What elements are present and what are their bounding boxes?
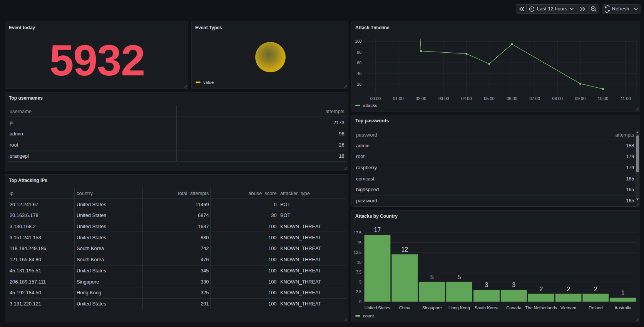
svg-text:South Korea: South Korea <box>475 305 499 310</box>
svg-text:7.5: 7.5 <box>356 270 362 274</box>
svg-text:20: 20 <box>357 82 362 87</box>
svg-text:Hong Kong: Hong Kong <box>448 305 470 310</box>
svg-text:02:00: 02:00 <box>416 96 427 101</box>
svg-text:15: 15 <box>357 241 362 245</box>
svg-text:1: 1 <box>621 290 625 296</box>
svg-text:100: 100 <box>355 39 361 43</box>
svg-text:05:00: 05:00 <box>484 96 495 101</box>
svg-text:10: 10 <box>357 260 362 265</box>
svg-text:2: 2 <box>594 286 597 292</box>
svg-text:07:00: 07:00 <box>529 96 540 101</box>
svg-text:2: 2 <box>539 286 543 292</box>
svg-text:0: 0 <box>359 300 361 304</box>
svg-text:04:00: 04:00 <box>461 96 472 101</box>
svg-text:China: China <box>399 305 411 310</box>
svg-text:Australia: Australia <box>614 305 631 310</box>
svg-text:Vietnam: Vietnam <box>560 305 576 310</box>
svg-text:06:00: 06:00 <box>507 96 517 101</box>
svg-text:5: 5 <box>430 274 434 280</box>
svg-text:5: 5 <box>359 280 361 284</box>
svg-text:17: 17 <box>374 227 381 233</box>
svg-text:08:00: 08:00 <box>552 96 563 101</box>
svg-text:Finland: Finland <box>589 305 603 310</box>
svg-text:60: 60 <box>357 61 362 65</box>
svg-text:11:00: 11:00 <box>621 96 631 101</box>
svg-text:01:00: 01:00 <box>393 96 404 101</box>
svg-text:Canada: Canada <box>506 305 522 310</box>
svg-text:2.5: 2.5 <box>356 290 362 294</box>
svg-text:The Netherlands: The Netherlands <box>525 305 557 310</box>
svg-text:40: 40 <box>357 72 362 76</box>
svg-text:Singapore: Singapore <box>422 305 442 310</box>
svg-text:12: 12 <box>401 246 408 253</box>
svg-text:United States: United States <box>365 305 391 310</box>
svg-text:2: 2 <box>567 286 570 292</box>
svg-text:80: 80 <box>357 50 362 55</box>
svg-text:17.5: 17.5 <box>354 231 361 235</box>
svg-text:3: 3 <box>485 282 488 288</box>
svg-text:03:00: 03:00 <box>438 96 449 101</box>
svg-text:5: 5 <box>458 274 461 280</box>
svg-text:10:00: 10:00 <box>598 96 609 101</box>
svg-text:12.5: 12.5 <box>354 250 361 255</box>
svg-text:00:00: 00:00 <box>370 96 381 101</box>
svg-text:3: 3 <box>512 282 515 288</box>
svg-text:09:00: 09:00 <box>575 96 586 101</box>
